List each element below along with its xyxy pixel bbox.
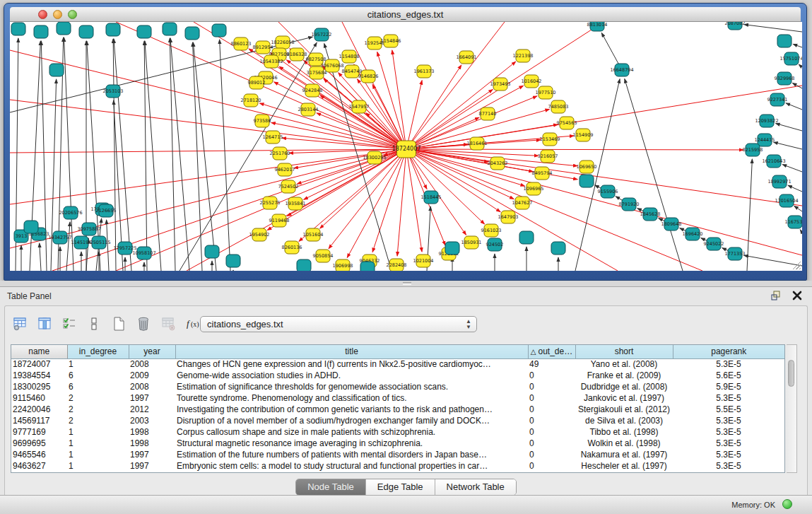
graph-node[interactable]: 8495794 xyxy=(532,167,553,180)
cell-pagerank[interactable]: 5.3E-5 xyxy=(673,460,784,472)
citation-edge-black[interactable] xyxy=(800,230,802,233)
cell-year[interactable]: 1998 xyxy=(129,438,175,449)
graph-node[interactable]: 1696420 xyxy=(683,228,703,240)
window-resize-grip-icon[interactable] xyxy=(792,260,801,269)
graph-node[interactable]: 8260136 xyxy=(282,241,302,254)
graph-node[interactable]: 8860123 xyxy=(231,37,252,50)
citation-edge-black[interactable] xyxy=(788,185,802,192)
table-row[interactable]: 946362711997Embryonic stem cells: a mode… xyxy=(11,460,784,472)
citation-edge-red[interactable] xyxy=(329,149,406,249)
cell-out_degree[interactable]: 0 xyxy=(528,404,575,415)
graph-node[interactable] xyxy=(212,24,226,37)
graph-node[interactable]: 1647903 xyxy=(498,211,519,223)
graph-node[interactable] xyxy=(185,27,199,40)
citation-edge-red[interactable] xyxy=(299,149,406,242)
citation-edge-red[interactable] xyxy=(406,65,461,149)
column-header-name[interactable]: name xyxy=(11,345,67,358)
graph-node[interactable]: 9245022 xyxy=(704,238,724,250)
cell-short[interactable]: Stergiakouli et al. (2012) xyxy=(575,404,673,415)
graph-node[interactable]: 9119468 xyxy=(269,214,290,227)
graph-node[interactable]: 1264715 xyxy=(263,131,283,144)
cell-in_degree[interactable]: 2 xyxy=(67,404,129,415)
graph-node[interactable]: 2282408 xyxy=(387,259,407,271)
graph-node[interactable]: 9155906 xyxy=(598,185,618,198)
graph-node[interactable]: 1154909 xyxy=(573,129,594,141)
graph-node[interactable]: 15751074 xyxy=(779,52,802,65)
table-row[interactable]: 977716911998Corpus callosum shape and si… xyxy=(11,426,784,438)
graph-node[interactable]: 2803144 xyxy=(298,103,319,116)
graph-node[interactable]: 877140 xyxy=(479,107,497,120)
cell-pagerank[interactable]: 5.3E-5 xyxy=(673,438,784,449)
cell-year[interactable]: 2012 xyxy=(129,404,175,415)
cell-in_degree[interactable]: 6 xyxy=(67,370,129,381)
float-panel-icon[interactable] xyxy=(770,290,782,303)
graph-node[interactable]: 1957222 xyxy=(312,28,332,41)
cell-year[interactable]: 2009 xyxy=(129,370,175,381)
cell-in_degree[interactable]: 1 xyxy=(67,426,129,438)
cell-year[interactable]: 1997 xyxy=(129,449,175,460)
cell-name[interactable]: 9777169 xyxy=(11,426,67,438)
graph-node[interactable]: 1906998 xyxy=(333,259,353,271)
tab-node-table[interactable]: Node Table xyxy=(296,479,366,495)
graph-node[interactable]: 1977510 xyxy=(536,86,556,99)
graph-node[interactable]: 30975887 xyxy=(77,223,100,235)
graph-node[interactable]: 1954902 xyxy=(249,228,270,241)
cell-year[interactable]: 1997 xyxy=(129,460,175,472)
table-row[interactable]: 1456911722003Disruption of a novel membe… xyxy=(11,415,784,426)
cell-short[interactable]: Nakamura et al. (1997) xyxy=(575,449,673,460)
cell-in_degree[interactable]: 6 xyxy=(67,381,129,392)
cell-pagerank[interactable]: 5.3E-5 xyxy=(673,426,784,438)
graph-node[interactable]: 9050854 xyxy=(313,250,334,262)
tab-edge-table[interactable]: Edge Table xyxy=(366,479,435,495)
cell-out_degree[interactable]: 0 xyxy=(528,392,575,404)
graph-node[interactable] xyxy=(297,259,311,271)
graph-node[interactable]: 1771353 xyxy=(725,247,746,260)
graph-node[interactable]: 12093822 xyxy=(755,115,778,127)
cell-title[interactable]: Tourette syndrome. Phenomenology and cla… xyxy=(175,392,528,404)
citation-edge-black[interactable] xyxy=(113,39,116,271)
panel-divider[interactable] xyxy=(0,281,812,286)
citation-edge-black[interactable] xyxy=(774,142,802,149)
cell-title[interactable]: Corpus callosum shape and size in male p… xyxy=(175,426,528,438)
citation-edge-black[interactable] xyxy=(794,206,802,211)
cell-name[interactable]: 22420046 xyxy=(11,404,67,415)
citation-edge-red[interactable] xyxy=(406,149,743,150)
graph-node[interactable] xyxy=(163,23,177,35)
graph-node[interactable]: 973586 xyxy=(254,115,271,127)
select-rows-check-icon[interactable] xyxy=(60,315,78,333)
cell-title[interactable]: Genome-wide association studies in ADHD. xyxy=(175,370,528,381)
memory-status-led-icon[interactable] xyxy=(782,499,792,509)
graph-node[interactable]: 16210643 xyxy=(762,155,785,168)
cell-year[interactable]: 2008 xyxy=(129,358,175,370)
cell-short[interactable]: Franke et al. (2009) xyxy=(575,370,673,381)
graph-node[interactable] xyxy=(24,221,38,233)
citation-edge-black[interactable] xyxy=(799,64,802,67)
cell-pagerank[interactable]: 5.9E-5 xyxy=(673,381,784,392)
graph-node[interactable]: 3216057 xyxy=(538,150,558,163)
network-window-titlebar[interactable]: citations_edges.txt xyxy=(10,7,801,22)
graph-node[interactable]: 1154808 xyxy=(339,50,360,63)
cell-name[interactable]: 14569117 xyxy=(11,415,67,426)
delete-column-icon[interactable] xyxy=(134,315,153,333)
graph-node[interactable] xyxy=(360,262,375,271)
graph-node[interactable]: 1850931 xyxy=(461,236,482,249)
graph-node[interactable]: 1069650 xyxy=(577,160,597,173)
graph-node[interactable] xyxy=(579,175,594,187)
cell-title[interactable]: Investigating the contribution of common… xyxy=(175,404,528,415)
cell-out_degree[interactable]: 0 xyxy=(528,370,575,381)
cell-short[interactable]: Dudbridge et al. (2008) xyxy=(575,381,673,392)
graph-node[interactable]: 8813014 xyxy=(587,22,608,31)
graph-node[interactable] xyxy=(445,242,459,255)
table-row[interactable]: 946554611997Estimation of the future num… xyxy=(11,449,784,460)
citation-edge-black[interactable] xyxy=(625,78,683,271)
cell-short[interactable]: Yano et al. (2008) xyxy=(575,358,673,370)
graph-node[interactable]: 989012 xyxy=(248,76,266,89)
column-header-pagerank[interactable]: pagerank xyxy=(673,345,784,358)
graph-node[interactable] xyxy=(57,22,71,35)
graph-node[interactable] xyxy=(49,64,64,76)
citation-edge-black[interactable] xyxy=(782,165,802,172)
graph-node[interactable]: 1809648 xyxy=(661,218,682,230)
cell-year[interactable]: 2008 xyxy=(129,381,175,392)
citation-edge-red[interactable] xyxy=(116,149,406,271)
graph-node[interactable]: 9329968 xyxy=(775,72,795,85)
